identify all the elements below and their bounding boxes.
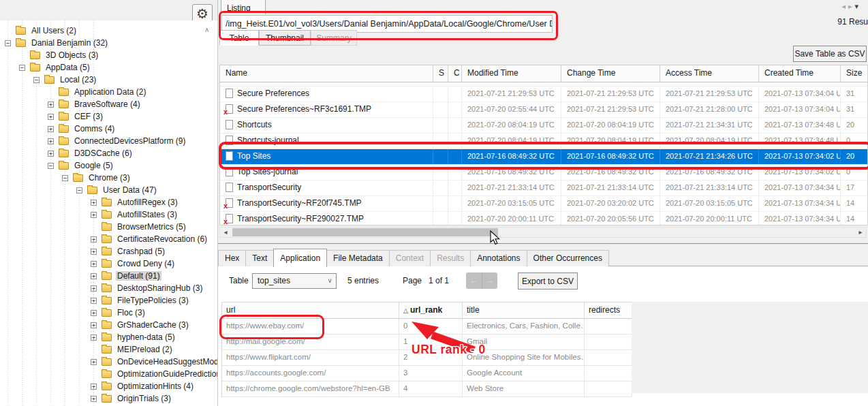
tab-other-occurrences[interactable]: Other Occurrences [527, 250, 609, 266]
tab-hex[interactable]: Hex [218, 250, 246, 266]
tree-item[interactable]: OptimizationGuidePredictionModel (2) [0, 368, 217, 380]
file-row[interactable]: Shortcuts2021-07-20 08:04:19 UTC2021-07-… [220, 118, 867, 134]
expand-icon[interactable]: + [48, 126, 54, 132]
expand-icon[interactable]: + [91, 200, 97, 206]
tree-item[interactable]: Application Data (2) [0, 86, 217, 98]
tree-item[interactable]: +BraveSoftware (4) [0, 98, 217, 110]
expand-icon[interactable]: + [91, 298, 97, 304]
file-row[interactable]: Shortcuts-journal2021-07-20 08:04:19 UTC… [220, 134, 867, 149]
file-row[interactable]: TransportSecurity~RF290027.TMP2021-07-20… [220, 212, 867, 225]
top-site-row[interactable]: https://accounts.google.com/3Google Acco… [222, 366, 632, 381]
tree-item[interactable]: +GrShaderCache (3) [0, 319, 217, 331]
expand-icon[interactable]: + [91, 273, 97, 279]
top-site-row[interactable]: https://www.ebay.com/0Electronics, Cars,… [222, 319, 632, 334]
tab-annotations[interactable]: Annotations [470, 250, 527, 266]
expand-icon[interactable]: + [91, 261, 97, 267]
back-icon[interactable]: ◂ [841, 2, 848, 10]
expand-icon[interactable]: + [48, 114, 54, 120]
expand-icon[interactable]: + [48, 151, 54, 157]
tree-item[interactable]: +OnDeviceHeadSuggestModel (3) [0, 356, 217, 368]
file-row[interactable]: TransportSecurity~RF20f745.TMP2021-07-20… [220, 196, 867, 212]
scroll-right-icon[interactable]: ▸ [855, 228, 866, 237]
column-header[interactable]: url [222, 302, 399, 318]
tree-item[interactable]: +CertificateRevocation (6) [0, 233, 217, 245]
expand-icon[interactable]: + [91, 249, 97, 255]
panel-splitter[interactable] [218, 238, 868, 248]
column-header[interactable]: C [448, 65, 462, 82]
tree-item[interactable]: All Users (2) [0, 25, 217, 37]
collapse-icon[interactable]: − [19, 65, 25, 71]
tree-item[interactable]: +D3DSCache (6) [0, 147, 217, 159]
collapse-icon[interactable]: − [48, 163, 54, 169]
collapse-icon[interactable]: − [5, 40, 11, 46]
tree-item[interactable]: −Local (23) [0, 74, 217, 86]
tree-item[interactable]: +Floc (3) [0, 307, 217, 319]
file-row[interactable]: Top Sites2021-07-16 08:49:32 UTC2021-07-… [220, 149, 867, 165]
scroll-left-icon[interactable]: ◂ [220, 228, 231, 237]
tree-item[interactable]: +OptimizationHints (4) [0, 380, 217, 392]
column-header[interactable]: △url_rank [399, 302, 463, 318]
tree-item[interactable]: +DesktopSharingHub (3) [0, 282, 217, 294]
horizontal-scrollbar[interactable]: ◂ ▸ [219, 227, 867, 238]
file-row[interactable]: Top Sites-journal2021-07-16 08:49:32 UTC… [220, 165, 867, 181]
tree-item[interactable]: MEIPreload (2) [0, 343, 217, 356]
column-header[interactable]: Name [220, 65, 433, 82]
tree-item[interactable]: +hyphen-data (5) [0, 331, 217, 343]
column-header[interactable]: Created Time [759, 65, 841, 82]
tree-item[interactable]: +FileTypePolicies (3) [0, 294, 217, 307]
tree-item[interactable]: −Danial Benjamin (32) [0, 37, 217, 49]
tree-item[interactable]: +AutofillRegex (3) [0, 196, 217, 208]
file-row[interactable]: TransportSecurity2021-07-21 21:33:14 UTC… [220, 181, 867, 196]
tree-item[interactable]: 3D Objects (3) [0, 49, 217, 61]
column-header[interactable]: Change Time [561, 65, 660, 82]
expand-icon[interactable]: + [91, 212, 97, 218]
tree-item[interactable]: −AppData (5) [0, 61, 217, 74]
tree-item[interactable]: −User Data (47) [0, 184, 217, 196]
tree-item[interactable]: BrowserMetrics (5) [0, 221, 217, 233]
expand-icon[interactable]: + [91, 396, 97, 402]
tab-thumbnail-view[interactable]: Thumbnail [259, 30, 311, 46]
file-row[interactable]: Secure Preferences2021-07-21 21:29:53 UT… [220, 87, 867, 102]
column-header[interactable]: S [433, 65, 448, 82]
column-header[interactable]: Modified Time [462, 65, 561, 82]
tree-item[interactable]: +OriginTrials (3) [0, 392, 217, 405]
collapse-icon[interactable]: − [62, 175, 68, 181]
expand-icon[interactable]: + [91, 359, 97, 365]
top-site-row[interactable]: https://chrome.google.com/webstore?hl=en… [222, 381, 632, 397]
page-prev-icon[interactable]: ← [466, 272, 482, 289]
tree-item[interactable]: +Comms (4) [0, 123, 217, 135]
expand-icon[interactable]: + [91, 334, 97, 341]
tree-item[interactable]: −Chrome (3) [0, 172, 217, 184]
tree-item[interactable]: +AutofillStates (3) [0, 208, 217, 221]
expand-icon[interactable]: + [91, 310, 97, 316]
tab-listing[interactable]: Listing [221, 0, 266, 14]
dropdown-icon[interactable]: ▾ [854, 2, 861, 10]
tree-item[interactable]: −Google (5) [0, 159, 217, 172]
expand-icon[interactable]: + [48, 102, 54, 108]
column-header[interactable]: title [463, 302, 585, 318]
tab-application[interactable]: Application [273, 249, 327, 267]
file-row[interactable]: Secure Preferences~RF3c1691.TMP2021-07-2… [220, 102, 867, 118]
tree-item[interactable]: +ConnectedDevicesPlatform (9) [0, 135, 217, 147]
export-to-csv-button[interactable]: Export to CSV [518, 272, 578, 290]
table-select-dropdown[interactable]: top_sites˅ [252, 273, 337, 289]
expand-icon[interactable]: + [48, 138, 54, 144]
collapse-icon[interactable]: − [76, 187, 82, 193]
tree-item[interactable]: +Crashpad (5) [0, 245, 217, 257]
tab-text[interactable]: Text [245, 250, 274, 266]
expand-icon[interactable]: + [91, 236, 97, 243]
scrollbar-thumb[interactable] [232, 228, 498, 236]
expand-icon[interactable]: + [91, 384, 97, 390]
tab-file-metadata[interactable]: File Metadata [326, 250, 390, 266]
tree-item[interactable]: +CEF (3) [0, 110, 217, 123]
tab-table-view[interactable]: Table [219, 30, 259, 46]
save-table-as-csv-button[interactable]: Save Table as CSV [793, 46, 867, 62]
tree-scroll-up-icon[interactable]: ∧ [204, 26, 209, 33]
tree-item[interactable]: +Crowd Deny (4) [0, 257, 217, 270]
expand-icon[interactable]: + [91, 285, 97, 292]
expand-icon[interactable]: + [91, 322, 97, 328]
column-header[interactable]: redirects [585, 302, 632, 318]
collapse-icon[interactable]: − [33, 77, 40, 83]
page-next-icon[interactable]: → [482, 272, 498, 289]
tree-item[interactable]: +Default (91) [0, 270, 217, 282]
